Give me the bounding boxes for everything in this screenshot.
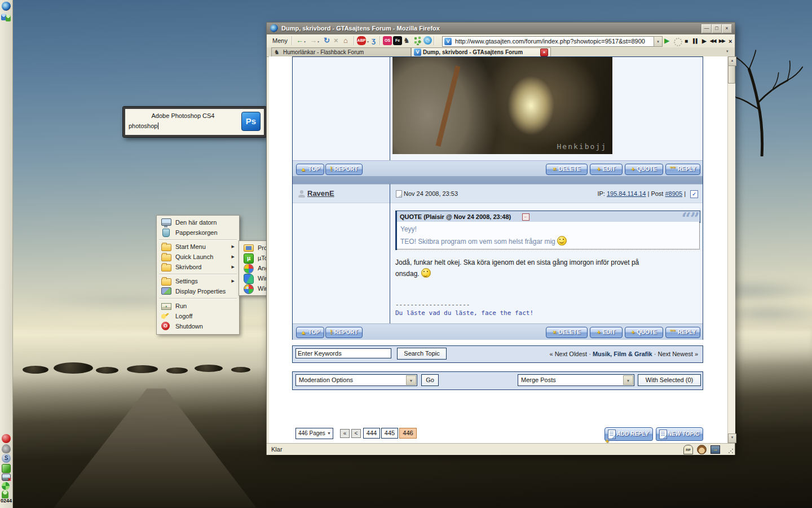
url-input[interactable] bbox=[454, 37, 648, 45]
with-selected-button[interactable]: With Selected (0) bbox=[638, 374, 701, 386]
media-stop-icon[interactable]: ■ bbox=[685, 38, 687, 44]
menu-item-recycle-bin[interactable]: Papperskorgen bbox=[158, 227, 238, 238]
search-topic-button[interactable]: Search Topic bbox=[397, 348, 447, 360]
forward-dropdown-icon[interactable]: ▾ bbox=[317, 40, 319, 43]
menu-item-quick-launch[interactable]: Quick Launch ▶ bbox=[158, 252, 238, 262]
vertical-scrollbar[interactable]: ▲ ▼ bbox=[727, 56, 735, 443]
user-status-icon[interactable] bbox=[2, 491, 8, 498]
tray-power-icon[interactable] bbox=[2, 434, 11, 443]
report-button[interactable]: !REPORT bbox=[325, 164, 363, 175]
rip-extension-icon[interactable]: RIP bbox=[683, 445, 693, 454]
page-number-link[interactable]: 444 bbox=[363, 428, 380, 439]
post-select-checkbox[interactable]: ✓ bbox=[690, 190, 698, 198]
menu-item-shutdown[interactable]: O Shutdown bbox=[158, 321, 238, 331]
sync-icon[interactable] bbox=[2, 482, 10, 490]
maximize-button[interactable]: □ bbox=[712, 24, 722, 33]
go-icon[interactable]: ▶ bbox=[664, 37, 669, 45]
close-button[interactable]: × bbox=[722, 24, 732, 33]
media-play-icon[interactable]: ▶ bbox=[702, 38, 706, 44]
pages-dropdown[interactable]: 446 Pages ▼ bbox=[295, 428, 333, 439]
adblock-icon[interactable]: ABP bbox=[357, 36, 366, 45]
scroll-down-icon[interactable]: ▼ bbox=[728, 433, 736, 443]
back-dropdown-icon[interactable]: ▾ bbox=[304, 40, 306, 43]
seahorse-extension-icon[interactable]: ʒ bbox=[372, 36, 376, 45]
menu-item-logoff[interactable]: Logoff bbox=[158, 311, 238, 321]
reload-icon[interactable]: ↻ bbox=[324, 36, 330, 45]
address-bar[interactable]: V bbox=[442, 36, 654, 47]
tab-close-icon[interactable]: × bbox=[540, 49, 548, 56]
adblock-dropdown-icon[interactable]: ▾ bbox=[367, 40, 369, 43]
app-launcher[interactable]: Adobe Photoshop CS4 photoshop Ps bbox=[123, 107, 266, 137]
resize-grip[interactable] bbox=[728, 448, 734, 454]
topic-search-panel: Search Topic « Next Oldest · Musik, Film… bbox=[292, 345, 703, 363]
media-pause-icon[interactable]: ▌▌ bbox=[693, 38, 698, 43]
post-image[interactable]: Henkibojj bbox=[392, 57, 612, 154]
next-newest-link[interactable]: Next Newest » bbox=[657, 351, 698, 357]
screengrab-icon[interactable]: → bbox=[710, 445, 720, 454]
messenger-icon[interactable] bbox=[6, 15, 11, 21]
moderation-options-select[interactable]: Moderation Options ▼ bbox=[295, 374, 417, 386]
menu-item-settings[interactable]: Settings ▶ bbox=[158, 276, 238, 286]
edit-button[interactable]: +EDIT bbox=[590, 164, 623, 175]
menu-item-display-properties[interactable]: Display Properties bbox=[158, 286, 238, 296]
menu-button[interactable]: Meny bbox=[272, 37, 288, 44]
reply-button[interactable]: ””REPLY bbox=[665, 164, 700, 175]
blue-clock-extension-icon[interactable]: ◷ bbox=[423, 36, 432, 45]
media-mute-icon[interactable]: × bbox=[729, 38, 731, 45]
stop-icon[interactable]: × bbox=[334, 36, 338, 45]
page-number-link[interactable]: 445 bbox=[381, 428, 398, 439]
menu-item-start-menu[interactable]: Start Menu ▶ bbox=[158, 242, 238, 252]
media-next-icon[interactable]: ▶▶ bbox=[719, 38, 725, 43]
network-error-icon[interactable] bbox=[2, 474, 11, 481]
forum-link[interactable]: Musik, Film & Grafik bbox=[593, 351, 652, 357]
flashback-witch-icon[interactable]: ♞ bbox=[403, 36, 410, 45]
quote-jump-icon[interactable]: ← bbox=[522, 213, 529, 221]
green-dots-extension-icon[interactable] bbox=[413, 36, 422, 45]
url-dropdown-icon[interactable]: ▾ bbox=[654, 36, 663, 47]
menu-item-my-computer[interactable]: Den här datorn bbox=[158, 217, 238, 227]
page-first-button[interactable]: « bbox=[340, 429, 350, 438]
back-icon[interactable]: ← bbox=[296, 36, 303, 45]
delete-button[interactable]: ×DELETE bbox=[546, 164, 588, 175]
minimize-button[interactable]: — bbox=[701, 24, 712, 33]
home-icon[interactable]: ⌂ bbox=[343, 36, 348, 45]
ip-link[interactable]: 195.84.114.14 bbox=[607, 190, 646, 197]
site-fe-icon[interactable]: Fe bbox=[393, 36, 402, 45]
firefox-taskbar-icon[interactable] bbox=[2, 2, 11, 11]
titlebar[interactable]: Dump, skrivbord - GTAsajtens Forum - Moz… bbox=[267, 23, 735, 34]
tray-green-app-icon[interactable] bbox=[2, 464, 11, 473]
report-button[interactable]: !REPORT bbox=[325, 327, 363, 338]
select-arrow-icon[interactable]: ▼ bbox=[406, 375, 416, 385]
volume-icon[interactable] bbox=[2, 444, 11, 453]
quote-button[interactable]: +QUOTE bbox=[625, 327, 663, 338]
add-reply-button[interactable]: + ADD REPLY bbox=[604, 427, 653, 441]
next-oldest-link[interactable]: « Next Oldest bbox=[549, 351, 587, 357]
keyword-search-input[interactable] bbox=[295, 348, 391, 358]
top-button[interactable]: ▲TOP bbox=[296, 327, 324, 338]
tray-s-app-icon[interactable]: S bbox=[2, 454, 11, 463]
foxytunes-monkey-icon[interactable] bbox=[697, 445, 707, 454]
tab-list-dropdown-icon[interactable]: ▾ bbox=[726, 49, 729, 54]
delete-button[interactable]: ×DELETE bbox=[546, 327, 588, 338]
forward-icon[interactable]: → bbox=[310, 36, 317, 45]
media-prev-icon[interactable]: ◀◀ bbox=[710, 38, 716, 43]
menu-item-run[interactable]: Run bbox=[158, 301, 238, 311]
moderation-go-button[interactable]: Go bbox=[421, 374, 439, 386]
merge-posts-select[interactable]: Merge Posts ▼ bbox=[518, 374, 634, 386]
select-arrow-icon[interactable]: ▼ bbox=[623, 375, 633, 385]
tab-gtasajten[interactable]: V Dump, skrivbord - GTAsajtens Forum × bbox=[411, 47, 551, 56]
image-watermark: Henkibojj bbox=[557, 142, 607, 151]
launcher-query[interactable]: photoshop bbox=[129, 122, 158, 129]
tab-flashback[interactable]: ♞ Humorlänkar - Flashback Forum bbox=[271, 47, 411, 56]
top-button[interactable]: ▲TOP bbox=[296, 164, 324, 175]
new-topic-button[interactable]: NEW TOPIC bbox=[656, 427, 703, 441]
page-prev-button[interactable]: < bbox=[351, 429, 361, 438]
menu-item-desktop[interactable]: Skrivbord ▶ bbox=[158, 262, 238, 272]
edit-button[interactable]: +EDIT bbox=[590, 327, 623, 338]
scroll-up-icon[interactable]: ▲ bbox=[728, 56, 736, 66]
quote-button[interactable]: +QUOTE bbox=[625, 164, 663, 175]
site-os-icon[interactable]: OS bbox=[383, 36, 392, 45]
post-number-link[interactable]: #8905 bbox=[665, 190, 682, 197]
reply-button[interactable]: ””REPLY bbox=[665, 327, 700, 338]
post-author-link[interactable]: RavenE bbox=[307, 189, 334, 198]
